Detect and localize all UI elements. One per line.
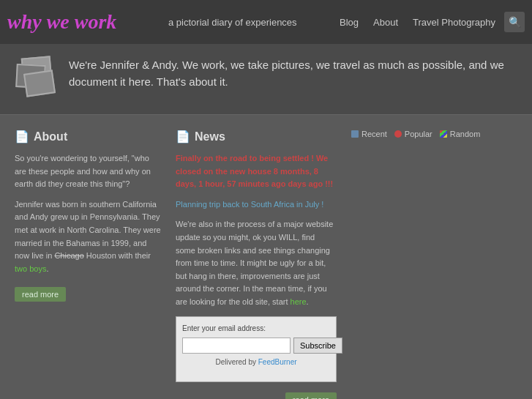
about-column: 📄 About So you're wondering to yourself,… [15,130,161,399]
search-button[interactable]: 🔍 [504,12,525,32]
feedburner-text: Delivered by FeedBurner [182,357,330,368]
tagline: a pictorial diary of experiences [161,17,334,28]
news-body: Finally on the road to being settled ! W… [176,152,337,399]
subscribe-box: Enter your email address: Subscribe Deli… [176,316,337,382]
news-icon: 📄 [176,130,190,143]
recent-icon [351,130,359,138]
email-input[interactable] [182,338,291,354]
nav-travel[interactable]: Travel Photography [407,14,501,31]
subscribe-button[interactable]: Subscribe [293,338,342,354]
tab-random[interactable]: Random [440,130,481,138]
tab-popular[interactable]: Popular [394,130,432,138]
about-para2: Jennifer was born in southern California… [15,198,161,276]
here-link[interactable]: here [291,297,307,306]
about-strikethrough: Chicago [54,251,83,260]
photo-card-3 [23,70,56,97]
hero-section: We're Jennifer & Andy. We work, we take … [0,44,532,115]
about-para2-text2: Houston with their [84,251,151,260]
news-title-text: News [195,130,225,143]
about-read-more-button[interactable]: read more [15,287,66,302]
site-title[interactable]: why we work [7,10,161,34]
about-para2-text3: . [46,264,48,273]
recent-label: Recent [361,130,387,138]
sidebar-tabs: Recent Popular Random [351,130,517,138]
news-subheading[interactable]: Planning trip back to South Africa in Ju… [176,198,337,212]
feedburner-link[interactable]: FeedBurner [258,358,297,366]
nav-about[interactable]: About [367,14,404,31]
about-title: 📄 About [15,130,161,143]
hero-text: We're Jennifer & Andy. We work, we take … [69,57,517,90]
random-icon [440,130,447,138]
subscribe-label: Enter your email address: [182,323,330,335]
about-title-text: About [34,130,67,143]
popular-label: Popular [405,130,432,138]
news-read-more-button[interactable]: read more [285,392,337,399]
popular-icon [394,130,402,138]
news-column: 📄 News Finally on the road to being sett… [176,130,337,399]
sidebar-column: Recent Popular Random [351,130,517,399]
about-icon: 📄 [15,130,29,143]
about-body: So you're wondering to yourself, "who ar… [15,152,161,302]
news-title: 📄 News [176,130,337,143]
news-body-text: We're also in the process of a major web… [176,218,337,308]
about-para1: So you're wondering to yourself, "who ar… [15,152,161,191]
main-nav: Blog About Travel Photography 🔍 [334,12,525,32]
nav-blog[interactable]: Blog [334,14,364,31]
news-highlight: Finally on the road to being settled ! W… [176,152,337,191]
subscribe-row: Subscribe [182,338,330,354]
hero-image [15,57,59,101]
header: why we work a pictorial diary of experie… [0,0,532,44]
tab-recent[interactable]: Recent [351,130,387,138]
random-label: Random [450,130,481,138]
two-boys-link[interactable]: two boys [15,264,46,273]
main-content: 📄 About So you're wondering to yourself,… [0,115,532,399]
